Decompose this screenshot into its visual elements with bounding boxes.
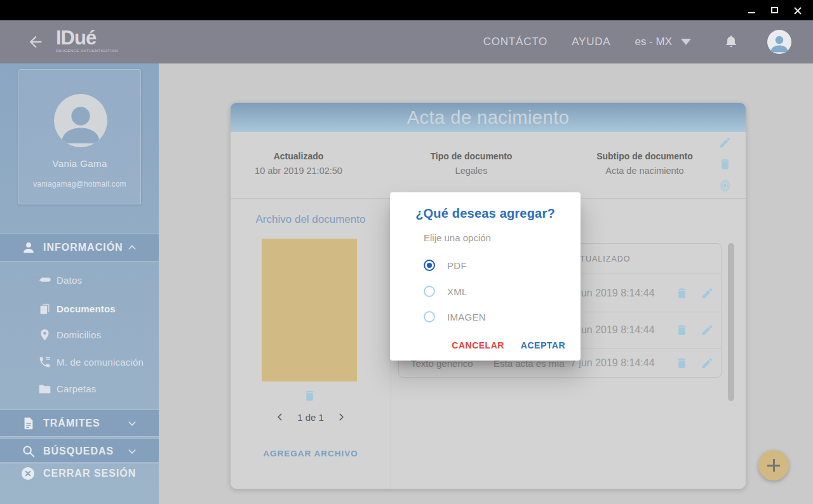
field-label: Tipo de documento: [401, 151, 541, 161]
trash-icon[interactable]: [303, 389, 316, 402]
language-value: es - MX: [635, 36, 672, 48]
dialog-title: ¿Qué deseas agregar?: [390, 206, 581, 221]
chevron-up-icon: [127, 242, 137, 253]
close-button[interactable]: [793, 6, 802, 15]
field-value: 10 abr 2019 21:02:50: [229, 166, 368, 176]
chevron-left-icon[interactable]: [276, 413, 285, 421]
table-scrollbar[interactable]: [728, 243, 734, 401]
maximize-button[interactable]: [770, 6, 779, 15]
option-label: IMAGEN: [447, 312, 486, 322]
person-icon: [22, 241, 36, 255]
dialog-subtitle: Elije una opción: [424, 232, 491, 243]
radio-pdf[interactable]: [424, 260, 435, 271]
document-title: Acta de nacimiento: [407, 107, 570, 128]
sidebar-item-domicilios[interactable]: Domicilios: [0, 324, 159, 345]
item-label: Carpetas: [57, 383, 96, 394]
field-actualizado: Actualizado 10 abr 2019 21:02:50: [229, 151, 368, 176]
logout-button[interactable]: CERRAR SESIÓN: [0, 462, 159, 484]
sidebar-section-busquedas[interactable]: BÚSQUEDAS: [0, 438, 159, 464]
nav-contacto[interactable]: CONTÁCTO: [483, 36, 548, 48]
sidebar-section-informacion[interactable]: INFORMACIÓN: [0, 234, 159, 262]
radio-xml[interactable]: [424, 286, 435, 297]
field-tipo: Tipo de documento Legales: [401, 151, 541, 176]
field-value: Legales: [401, 166, 541, 176]
cell-fecha: 7 jun 2019 8:14:44: [570, 357, 655, 369]
option-pdf[interactable]: PDF: [424, 256, 563, 275]
cell-fecha: 7 jun 2019 8:14:44: [570, 324, 655, 336]
chevron-down-icon: [127, 446, 137, 456]
add-file-button[interactable]: AGREGAR ARCHIVO: [231, 449, 391, 458]
document-banner: Acta de nacimiento: [231, 103, 746, 132]
documents-icon: [38, 302, 51, 315]
section-label: INFORMACIÓN: [43, 242, 123, 253]
cancel-button[interactable]: CANCELAR: [452, 340, 504, 350]
profile-email: vaniagamag@hotmail.com: [19, 180, 140, 189]
field-label: Actualizado: [229, 151, 368, 161]
option-label: PDF: [447, 260, 467, 271]
app-logo[interactable]: IDué DILIGENCE AUTHENTICATION: [56, 28, 118, 53]
field-value: Acta de nacimiento: [575, 166, 715, 176]
trash-icon[interactable]: [675, 324, 689, 337]
archive-section: Archivo del documento 1 de 1 AGREGAR ARC…: [231, 198, 391, 489]
minimize-button[interactable]: [747, 6, 756, 15]
location-pin-icon: [38, 328, 51, 342]
add-file-dialog: ¿Qué deseas agregar? Elije una opción PD…: [390, 192, 581, 361]
phone-icon: [38, 355, 51, 369]
person-icon: [57, 99, 105, 147]
sidebar-item-datos[interactable]: Datos: [0, 270, 159, 290]
trash-icon[interactable]: [718, 157, 732, 171]
close-circle-icon: [20, 466, 36, 481]
cell-fecha: 7 jun 2019 8:14:44: [570, 288, 655, 299]
profile-name: Vania Gama: [19, 158, 140, 169]
edit-icon[interactable]: [701, 286, 714, 300]
language-selector[interactable]: es - MX: [635, 36, 691, 48]
file-pagination: 1 de 1: [231, 409, 391, 425]
header-nav: CONTÁCTO AYUDA es - MX: [483, 20, 791, 63]
option-label: XML: [447, 286, 467, 297]
pagination-label: 1 de 1: [297, 412, 324, 423]
profile-avatar: [54, 94, 107, 147]
item-label: Domicilios: [57, 329, 101, 340]
person-icon: [769, 32, 790, 54]
dialog-actions: CANCELAR ACEPTAR: [452, 340, 565, 350]
document-thumbnail[interactable]: [262, 239, 357, 381]
search-icon: [22, 444, 36, 458]
notifications-button[interactable]: [724, 34, 738, 50]
item-label: Datos: [57, 275, 82, 286]
nav-ayuda[interactable]: AYUDA: [572, 36, 610, 48]
logo-text: IDué: [56, 28, 118, 48]
document-actions: [715, 136, 734, 192]
sidebar-item-documentos[interactable]: Documentos: [0, 298, 159, 319]
chevron-right-icon[interactable]: [337, 413, 346, 421]
add-fab[interactable]: [758, 450, 789, 481]
back-button[interactable]: [27, 33, 44, 51]
section-label: TRÁMITES: [43, 418, 100, 429]
section-label: BÚSQUEDAS: [43, 446, 114, 457]
edit-icon[interactable]: [701, 324, 714, 337]
trash-icon[interactable]: [675, 357, 689, 370]
trash-icon[interactable]: [675, 286, 689, 300]
field-subtipo: Subtipo de documento Acta de nacimiento: [575, 151, 715, 176]
plus-icon: [767, 459, 780, 472]
arrow-left-icon: [27, 33, 44, 51]
chevron-down-icon: [127, 418, 137, 428]
folder-icon: [38, 382, 51, 395]
edit-icon[interactable]: [718, 136, 732, 149]
logo-caption: DILIGENCE AUTHENTICATION: [56, 49, 118, 53]
archive-title: Archivo del documento: [231, 213, 391, 226]
file-icon: [22, 416, 36, 430]
option-xml[interactable]: XML: [424, 282, 563, 301]
radio-imagen[interactable]: [424, 311, 435, 322]
sidebar-section-tramites[interactable]: TRÁMITES: [0, 409, 159, 437]
edit-icon[interactable]: [701, 357, 714, 370]
sidebar-item-comunicacion[interactable]: M. de comunicación: [0, 352, 159, 372]
user-avatar[interactable]: [767, 30, 791, 54]
fingerprint-icon[interactable]: [718, 179, 732, 192]
option-imagen[interactable]: IMAGEN: [424, 307, 563, 326]
item-label: M. de comunicación: [57, 357, 144, 368]
app-header: IDué DILIGENCE AUTHENTICATION CONTÁCTO A…: [0, 20, 813, 63]
sidebar-item-carpetas[interactable]: Carpetas: [0, 378, 159, 399]
close-icon: [793, 6, 802, 15]
bell-icon: [724, 34, 738, 48]
accept-button[interactable]: ACEPTAR: [521, 340, 565, 350]
